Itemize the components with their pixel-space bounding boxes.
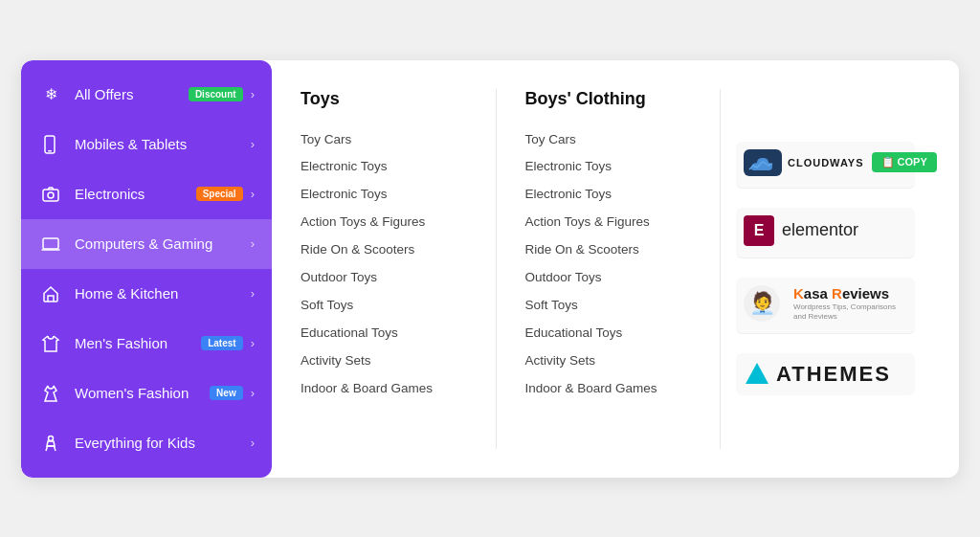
kasa-avatar: 🧑‍💼 xyxy=(744,285,780,322)
elementor-icon: E xyxy=(744,215,774,246)
sidebar-item-label: Men's Fashion xyxy=(75,335,201,351)
list-item[interactable]: Indoor & Board Games xyxy=(301,375,477,403)
list-item[interactable]: Activity Sets xyxy=(301,347,477,375)
list-item[interactable]: Ride On & Scooters xyxy=(525,236,702,264)
cloudways-logo: CLOUDWAYS xyxy=(744,149,864,176)
toys-column-title: Toys xyxy=(301,89,477,109)
list-item[interactable]: Educational Toys xyxy=(525,320,702,347)
kasa-rest: asa Reviews xyxy=(804,285,889,302)
list-item[interactable]: Action Toys & Figures xyxy=(301,209,477,236)
kasa-subtitle: Wordpress Tips, Comparisons and Reviews xyxy=(793,302,899,323)
sidebar-item-label: Everything for Kids xyxy=(75,435,251,451)
elementor-ad[interactable]: E elementor xyxy=(736,208,915,258)
cloudways-ad[interactable]: CLOUDWAYS 📋 COPY xyxy=(736,142,915,189)
list-item[interactable]: Outdoor Toys xyxy=(301,264,477,292)
chevron-right-icon: › xyxy=(251,187,255,201)
chevron-right-icon: › xyxy=(251,236,255,251)
new-badge: New xyxy=(210,386,243,400)
svg-point-5 xyxy=(49,436,54,440)
mobile-icon xyxy=(38,132,63,157)
sidebar-item-electronics[interactable]: Electronics Special › xyxy=(21,169,272,219)
sidebar-item-label: Home & Kitchen xyxy=(75,285,251,302)
kasa-info: Kasa Reviews Wordpress Tips, Comparisons… xyxy=(793,285,899,323)
kasa-k: K xyxy=(793,285,804,302)
toys-column: Toys Toy Cars Electronic Toys Electronic… xyxy=(301,89,496,449)
chevron-right-icon: › xyxy=(251,137,255,151)
sidebar-item-mens[interactable]: Men's Fashion Latest › xyxy=(21,319,272,369)
elementor-text: elementor xyxy=(782,220,858,240)
discount-badge: Discount xyxy=(189,87,243,101)
list-item[interactable]: Soft Toys xyxy=(525,292,702,320)
home-icon xyxy=(38,281,63,306)
list-item[interactable]: Electronic Toys xyxy=(301,181,477,209)
chevron-right-icon: › xyxy=(251,386,255,400)
list-item[interactable]: Indoor & Board Games xyxy=(525,375,702,403)
athemes-text: ATHEMES xyxy=(776,362,891,387)
athemes-logo: ATHEMES xyxy=(744,361,891,388)
copy-button[interactable]: 📋 COPY xyxy=(872,152,937,172)
svg-rect-1 xyxy=(48,150,52,152)
special-badge: Special xyxy=(196,187,243,201)
sidebar-item-label: Computers & Gaming xyxy=(75,235,251,252)
kasa-ad[interactable]: 🧑‍💼 Kasa Reviews Wordpress Tips, Compari… xyxy=(736,278,915,335)
athemes-ad[interactable]: ATHEMES xyxy=(736,353,915,395)
kasa-title: Kasa Reviews xyxy=(793,285,899,302)
list-item[interactable]: Electronic Toys xyxy=(525,153,702,181)
sidebar-item-label: Women's Fashion xyxy=(75,385,210,401)
list-item[interactable]: Toy Cars xyxy=(301,126,477,154)
chevron-right-icon: › xyxy=(251,286,255,301)
sidebar-item-kids[interactable]: Everything for Kids › xyxy=(21,418,272,468)
boys-clothing-column-title: Boys' Clothing xyxy=(525,89,702,109)
sidebar: ❄ All Offers Discount › Mobiles & Tablet… xyxy=(21,60,272,478)
snowflake-icon: ❄ xyxy=(38,82,63,107)
sidebar-item-label: Mobiles & Tablets xyxy=(75,136,251,152)
cloudways-text: CLOUDWAYS xyxy=(788,157,864,168)
latest-badge: Latest xyxy=(201,336,242,350)
sidebar-item-all-offers[interactable]: ❄ All Offers Discount › xyxy=(21,70,272,120)
svg-rect-4 xyxy=(43,238,58,249)
list-item[interactable]: Electronic Toys xyxy=(301,153,477,181)
kids-icon xyxy=(38,431,63,456)
shirt-icon xyxy=(38,331,63,356)
list-item[interactable]: Soft Toys xyxy=(301,292,477,320)
sidebar-item-label: All Offers xyxy=(75,86,189,102)
list-item[interactable]: Activity Sets xyxy=(525,347,702,375)
boys-clothing-column: Boys' Clothing Toy Cars Electronic Toys … xyxy=(496,89,721,449)
sidebar-item-label: Electronics xyxy=(75,186,196,202)
ads-panel: CLOUDWAYS 📋 COPY E elementor 🧑‍💼 Kasa Re… xyxy=(720,89,930,449)
cloud-icon xyxy=(744,149,782,176)
chevron-right-icon: › xyxy=(251,336,255,350)
sidebar-item-computers[interactable]: Computers & Gaming › xyxy=(21,219,272,269)
list-item[interactable]: Outdoor Toys xyxy=(525,264,702,292)
svg-point-3 xyxy=(48,192,54,198)
list-item[interactable]: Toy Cars xyxy=(525,126,702,154)
laptop-icon xyxy=(38,232,63,257)
athemes-triangle-icon xyxy=(744,361,770,388)
sidebar-item-home[interactable]: Home & Kitchen › xyxy=(21,269,272,319)
svg-marker-7 xyxy=(746,363,768,384)
chevron-right-icon: › xyxy=(251,87,255,101)
list-item[interactable]: Ride On & Scooters xyxy=(301,236,477,264)
list-item[interactable]: Action Toys & Figures xyxy=(525,209,702,236)
sidebar-item-mobiles[interactable]: Mobiles & Tablets › xyxy=(21,120,272,169)
chevron-right-icon: › xyxy=(251,436,255,450)
sidebar-item-womens[interactable]: Women's Fashion New › xyxy=(21,369,272,418)
camera-icon xyxy=(38,182,63,207)
dropdown-area: Toys Toy Cars Electronic Toys Electronic… xyxy=(272,60,959,478)
svg-rect-2 xyxy=(43,190,58,201)
list-item[interactable]: Electronic Toys xyxy=(525,181,702,209)
main-container: ❄ All Offers Discount › Mobiles & Tablet… xyxy=(21,60,959,478)
dress-icon xyxy=(38,381,63,406)
list-item[interactable]: Educational Toys xyxy=(301,320,477,347)
